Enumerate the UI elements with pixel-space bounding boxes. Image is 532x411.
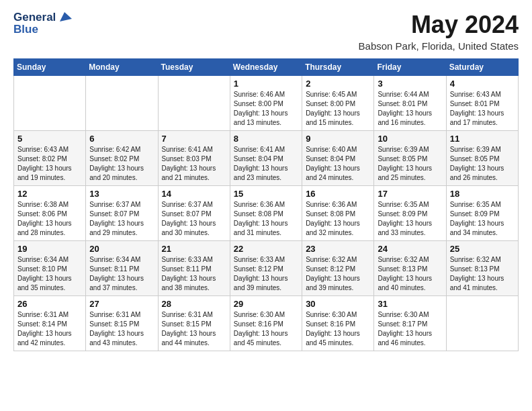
day-detail: Sunrise: 6:37 AMSunset: 8:07 PMDaylight:…	[162, 200, 226, 238]
day-number: 29	[234, 299, 298, 309]
day-detail: Sunrise: 6:30 AMSunset: 8:17 PMDaylight:…	[378, 310, 442, 348]
calendar-week-2: 5Sunrise: 6:43 AMSunset: 8:02 PMDaylight…	[14, 131, 519, 186]
calendar-cell: 21Sunrise: 6:33 AMSunset: 8:11 PMDayligh…	[158, 241, 230, 296]
calendar-cell: 28Sunrise: 6:31 AMSunset: 8:15 PMDayligh…	[158, 296, 230, 351]
day-number: 8	[234, 134, 298, 144]
calendar-cell: 29Sunrise: 6:30 AMSunset: 8:16 PMDayligh…	[230, 296, 302, 351]
day-detail: Sunrise: 6:46 AMSunset: 8:00 PMDaylight:…	[234, 90, 298, 128]
calendar-cell: 12Sunrise: 6:38 AMSunset: 8:06 PMDayligh…	[14, 186, 86, 241]
weekday-header-wednesday: Wednesday	[230, 59, 302, 76]
day-number: 27	[89, 299, 154, 309]
day-number: 1	[234, 79, 298, 89]
calendar-cell: 3Sunrise: 6:44 AMSunset: 8:01 PMDaylight…	[374, 76, 446, 131]
day-number: 4	[450, 79, 515, 89]
calendar-header: SundayMondayTuesdayWednesdayThursdayFrid…	[14, 59, 519, 76]
day-number: 21	[162, 244, 226, 254]
calendar-cell: 17Sunrise: 6:35 AMSunset: 8:09 PMDayligh…	[374, 186, 446, 241]
calendar-cell: 15Sunrise: 6:36 AMSunset: 8:08 PMDayligh…	[230, 186, 302, 241]
calendar-cell: 2Sunrise: 6:45 AMSunset: 8:00 PMDaylight…	[302, 76, 374, 131]
day-detail: Sunrise: 6:32 AMSunset: 8:12 PMDaylight:…	[306, 255, 370, 293]
day-detail: Sunrise: 6:32 AMSunset: 8:13 PMDaylight:…	[450, 255, 515, 293]
calendar-cell: 24Sunrise: 6:32 AMSunset: 8:13 PMDayligh…	[374, 241, 446, 296]
day-number: 10	[378, 134, 442, 144]
weekday-header-thursday: Thursday	[302, 59, 374, 76]
calendar-cell: 27Sunrise: 6:31 AMSunset: 8:15 PMDayligh…	[86, 296, 158, 351]
day-detail: Sunrise: 6:41 AMSunset: 8:04 PMDaylight:…	[234, 145, 298, 183]
day-detail: Sunrise: 6:38 AMSunset: 8:06 PMDaylight:…	[17, 200, 82, 238]
day-detail: Sunrise: 6:34 AMSunset: 8:11 PMDaylight:…	[89, 255, 154, 293]
day-detail: Sunrise: 6:35 AMSunset: 8:09 PMDaylight:…	[378, 200, 442, 238]
day-number: 15	[234, 189, 298, 199]
logo-line2: Blue	[13, 23, 72, 36]
calendar-cell: 4Sunrise: 6:43 AMSunset: 8:01 PMDaylight…	[446, 76, 518, 131]
day-number: 11	[450, 134, 515, 144]
logo-text: General	[13, 11, 56, 24]
day-detail: Sunrise: 6:36 AMSunset: 8:08 PMDaylight:…	[306, 200, 370, 238]
logo: General Blue	[13, 11, 72, 36]
calendar-cell	[14, 76, 86, 131]
day-detail: Sunrise: 6:44 AMSunset: 8:01 PMDaylight:…	[378, 90, 442, 128]
calendar-cell: 5Sunrise: 6:43 AMSunset: 8:02 PMDaylight…	[14, 131, 86, 186]
calendar-cell: 7Sunrise: 6:41 AMSunset: 8:03 PMDaylight…	[158, 131, 230, 186]
day-number: 7	[162, 134, 226, 144]
day-detail: Sunrise: 6:34 AMSunset: 8:10 PMDaylight:…	[17, 255, 82, 293]
calendar-cell	[158, 76, 230, 131]
day-detail: Sunrise: 6:31 AMSunset: 8:14 PMDaylight:…	[17, 310, 82, 348]
day-number: 26	[17, 299, 82, 309]
calendar-cell: 11Sunrise: 6:39 AMSunset: 8:05 PMDayligh…	[446, 131, 518, 186]
calendar-cell: 22Sunrise: 6:33 AMSunset: 8:12 PMDayligh…	[230, 241, 302, 296]
day-detail: Sunrise: 6:31 AMSunset: 8:15 PMDaylight:…	[162, 310, 226, 348]
day-detail: Sunrise: 6:40 AMSunset: 8:04 PMDaylight:…	[306, 145, 370, 183]
calendar-cell	[86, 76, 158, 131]
day-number: 25	[450, 244, 515, 254]
weekday-header-row: SundayMondayTuesdayWednesdayThursdayFrid…	[14, 59, 519, 76]
day-detail: Sunrise: 6:33 AMSunset: 8:11 PMDaylight:…	[162, 255, 226, 293]
day-number: 13	[89, 189, 154, 199]
calendar-cell: 13Sunrise: 6:37 AMSunset: 8:07 PMDayligh…	[86, 186, 158, 241]
calendar-week-3: 12Sunrise: 6:38 AMSunset: 8:06 PMDayligh…	[14, 186, 519, 241]
day-detail: Sunrise: 6:43 AMSunset: 8:02 PMDaylight:…	[17, 145, 82, 183]
day-detail: Sunrise: 6:45 AMSunset: 8:00 PMDaylight:…	[306, 90, 370, 128]
day-number: 16	[306, 189, 370, 199]
day-detail: Sunrise: 6:43 AMSunset: 8:01 PMDaylight:…	[450, 90, 515, 128]
weekday-header-tuesday: Tuesday	[158, 59, 230, 76]
weekday-header-monday: Monday	[86, 59, 158, 76]
calendar-body: 1Sunrise: 6:46 AMSunset: 8:00 PMDaylight…	[14, 76, 519, 351]
calendar-cell: 6Sunrise: 6:42 AMSunset: 8:02 PMDaylight…	[86, 131, 158, 186]
day-number: 17	[378, 189, 442, 199]
calendar-week-4: 19Sunrise: 6:34 AMSunset: 8:10 PMDayligh…	[14, 241, 519, 296]
weekday-header-saturday: Saturday	[446, 59, 518, 76]
day-number: 5	[17, 134, 82, 144]
day-detail: Sunrise: 6:39 AMSunset: 8:05 PMDaylight:…	[378, 145, 442, 183]
calendar-week-1: 1Sunrise: 6:46 AMSunset: 8:00 PMDaylight…	[14, 76, 519, 131]
day-detail: Sunrise: 6:35 AMSunset: 8:09 PMDaylight:…	[450, 200, 515, 238]
calendar-cell: 18Sunrise: 6:35 AMSunset: 8:09 PMDayligh…	[446, 186, 518, 241]
calendar-subtitle: Babson Park, Florida, United States	[359, 40, 519, 52]
calendar-cell: 23Sunrise: 6:32 AMSunset: 8:12 PMDayligh…	[302, 241, 374, 296]
calendar-cell: 30Sunrise: 6:30 AMSunset: 8:16 PMDayligh…	[302, 296, 374, 351]
day-number: 18	[450, 189, 515, 199]
calendar-title: May 2024	[359, 11, 519, 39]
day-detail: Sunrise: 6:31 AMSunset: 8:15 PMDaylight:…	[89, 310, 154, 348]
day-detail: Sunrise: 6:36 AMSunset: 8:08 PMDaylight:…	[234, 200, 298, 238]
weekday-header-friday: Friday	[374, 59, 446, 76]
calendar-cell: 25Sunrise: 6:32 AMSunset: 8:13 PMDayligh…	[446, 241, 518, 296]
weekday-header-sunday: Sunday	[14, 59, 86, 76]
day-detail: Sunrise: 6:32 AMSunset: 8:13 PMDaylight:…	[378, 255, 442, 293]
day-detail: Sunrise: 6:37 AMSunset: 8:07 PMDaylight:…	[89, 200, 154, 238]
day-number: 6	[89, 134, 154, 144]
calendar-cell: 26Sunrise: 6:31 AMSunset: 8:14 PMDayligh…	[14, 296, 86, 351]
calendar-cell: 20Sunrise: 6:34 AMSunset: 8:11 PMDayligh…	[86, 241, 158, 296]
calendar-cell	[446, 296, 518, 351]
calendar-table: SundayMondayTuesdayWednesdayThursdayFrid…	[13, 58, 519, 351]
calendar-cell: 8Sunrise: 6:41 AMSunset: 8:04 PMDaylight…	[230, 131, 302, 186]
day-number: 19	[17, 244, 82, 254]
page-header: General Blue May 2024 Babson Park, Flori…	[13, 11, 519, 52]
day-detail: Sunrise: 6:41 AMSunset: 8:03 PMDaylight:…	[162, 145, 226, 183]
day-detail: Sunrise: 6:30 AMSunset: 8:16 PMDaylight:…	[306, 310, 370, 348]
title-block: May 2024 Babson Park, Florida, United St…	[359, 11, 519, 52]
logo-icon	[57, 9, 72, 24]
calendar-cell: 9Sunrise: 6:40 AMSunset: 8:04 PMDaylight…	[302, 131, 374, 186]
day-number: 28	[162, 299, 226, 309]
calendar-cell: 1Sunrise: 6:46 AMSunset: 8:00 PMDaylight…	[230, 76, 302, 131]
